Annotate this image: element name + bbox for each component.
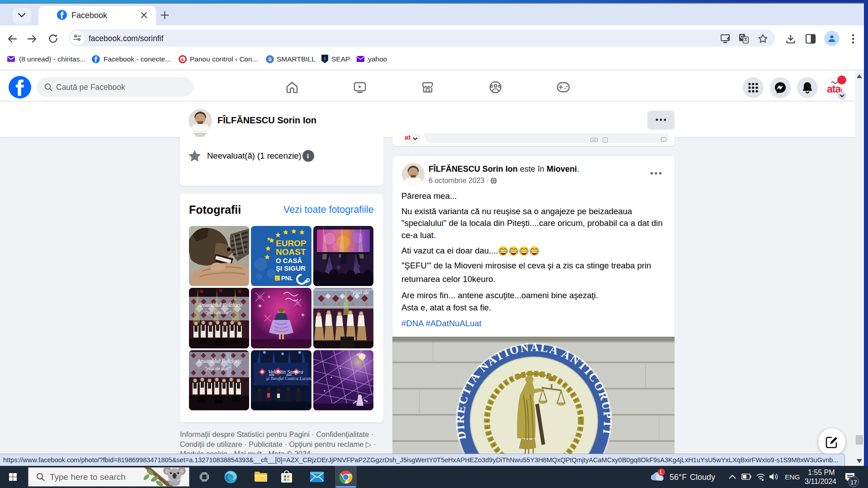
svg-text:O CASĂ: O CASĂ [276,257,302,264]
svg-text:a: a [181,56,184,62]
svg-text:"plai de: "plai de [350,289,369,296]
svg-text:EUROP: EUROP [276,239,307,248]
svg-text:Ansamblul Folcloric: Ansamblul Folcloric [197,358,242,364]
svg-text:p: p [306,276,310,283]
svg-text:ŞI SIGUR: ŞI SIGUR [276,264,306,272]
svg-text:::: :: [275,276,278,281]
svg-text:S: S [268,56,272,62]
svg-text:"plai de dor": "plai de dor" [204,366,231,371]
svg-text:Ansamblul Folcloric: Ansamblul Folcloric [198,302,243,308]
svg-text:NOAST: NOAST [276,247,306,257]
svg-text:PNL: PNL [281,275,293,282]
svg-text:Valentin Sanfira: Valentin Sanfira [268,369,303,375]
svg-text:şi Taraful Costica Lacatusu: şi Taraful Costica Lacatusu [266,376,311,381]
svg-text:"plai de dor": "plai de dor" [205,310,231,315]
